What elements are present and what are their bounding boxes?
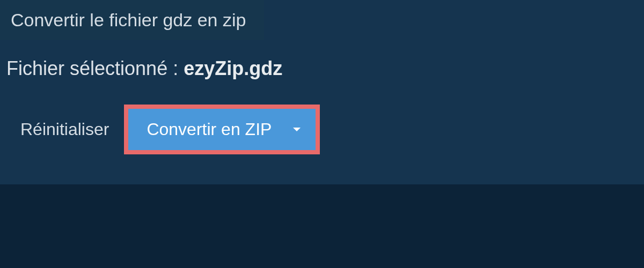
- actions-row: Réinitialiser Convertir en ZIP: [0, 80, 644, 154]
- convert-button-highlight: Convertir en ZIP: [124, 105, 320, 154]
- converter-panel: Convertir le fichier gdz en zip Fichier …: [0, 0, 644, 184]
- selected-file-label: Fichier sélectionné :: [6, 57, 184, 79]
- convert-button-label: Convertir en ZIP: [147, 120, 272, 139]
- convert-button[interactable]: Convertir en ZIP: [128, 109, 316, 150]
- reset-button[interactable]: Réinitialiser: [20, 120, 109, 139]
- tab-title: Convertir le fichier gdz en zip: [11, 10, 246, 30]
- chevron-down-icon: [293, 128, 301, 131]
- tab-convert-gdz-zip[interactable]: Convertir le fichier gdz en zip: [0, 0, 264, 40]
- selected-file-info: Fichier sélectionné : ezyZip.gdz: [0, 40, 644, 80]
- selected-file-name: ezyZip.gdz: [184, 57, 282, 79]
- reset-button-label: Réinitialiser: [20, 120, 109, 139]
